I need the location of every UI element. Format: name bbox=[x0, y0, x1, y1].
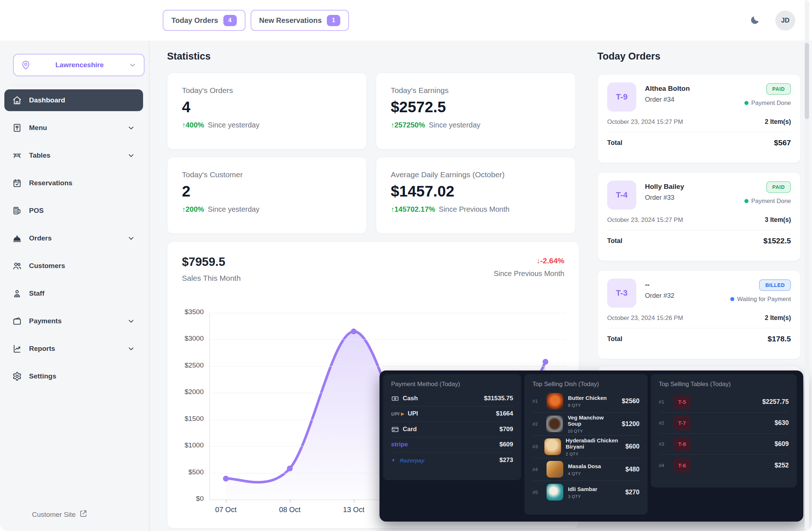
table-icon bbox=[12, 151, 22, 160]
table-badge: T-3 bbox=[607, 279, 636, 308]
scrollbar-thumb[interactable] bbox=[805, 43, 809, 119]
table-badge: T-5 bbox=[673, 395, 691, 409]
stat-card-todays-orders: Today's Orders 4 ↑400% Since yesterday bbox=[167, 73, 367, 150]
dish-row: #3 Hyderabadi Chicken Biryani2 QTY $600 bbox=[532, 435, 640, 458]
sidebar-item-pos[interactable]: POS bbox=[4, 200, 143, 222]
x-axis-tick bbox=[226, 499, 227, 503]
today-orders-title: Today Orders bbox=[597, 51, 661, 62]
arrow-up-icon: ↑ bbox=[182, 205, 186, 213]
sidebar-item-menu[interactable]: Menu bbox=[4, 117, 143, 139]
sidebar-item-label: Menu bbox=[29, 124, 47, 132]
stat-delta: ↑145702.17% Since Previous Month bbox=[391, 205, 561, 214]
order-card[interactable]: T-4 Holly Bailey Order #33 PAID Payment … bbox=[597, 172, 801, 261]
dish-name: Masala Dosa bbox=[568, 463, 601, 469]
order-number: Order #33 bbox=[645, 194, 684, 202]
wallet-icon bbox=[12, 316, 22, 326]
x-axis-tick-label: 07 Oct bbox=[215, 506, 237, 514]
top-selling-dish-panel: Top Selling Dish (Today) #1 Butter Chick… bbox=[524, 374, 647, 515]
stat-label: Today's Customer bbox=[182, 170, 352, 179]
rank-label: #2 bbox=[532, 421, 541, 427]
payment-amount: $1664 bbox=[496, 410, 513, 417]
order-card[interactable]: T-9 Althea Bolton Order #34 PAID Payment… bbox=[597, 74, 801, 163]
order-datetime: October 23, 2024 15:27 PM bbox=[607, 118, 683, 126]
sidebar-item-settings[interactable]: Settings bbox=[4, 365, 143, 387]
chevron-down-icon bbox=[127, 151, 135, 159]
y-axis-tick-label: $500 bbox=[167, 468, 204, 476]
sidebar-item-label: Reports bbox=[29, 345, 55, 353]
y-axis-tick-label: $2000 bbox=[167, 388, 204, 396]
sidebar-item-staff[interactable]: Staff bbox=[4, 283, 143, 304]
top-selling-tables-panel: Top Selling Tables (Today) #1 T-5 $2257.… bbox=[651, 374, 797, 487]
total-value: $1522.5 bbox=[763, 236, 791, 245]
customer-site-label: Customer Site bbox=[32, 511, 76, 519]
dark-mode-toggle[interactable] bbox=[747, 13, 763, 29]
sidebar-item-reports[interactable]: Reports bbox=[4, 338, 143, 360]
dish-amount: $480 bbox=[625, 466, 640, 473]
total-value: $567 bbox=[774, 138, 791, 147]
y-axis-tick-label: $2500 bbox=[167, 361, 204, 369]
top-tables-title: Top Selling Tables (Today) bbox=[659, 381, 789, 388]
stat-value: 4 bbox=[182, 98, 352, 116]
rank-label: #4 bbox=[532, 467, 542, 472]
status-dot-icon bbox=[744, 101, 748, 105]
sidebar-item-tables[interactable]: Tables bbox=[4, 145, 143, 166]
chevron-down-icon bbox=[129, 61, 137, 69]
sidebar-item-orders[interactable]: Orders bbox=[4, 227, 143, 249]
total-label: Total bbox=[607, 335, 622, 343]
pos-terminal-icon bbox=[12, 206, 22, 215]
chevron-down-icon bbox=[127, 317, 135, 325]
sidebar-item-customers[interactable]: Customers bbox=[4, 255, 143, 277]
dish-row: #4 Masala Dosa4 QTY $480 bbox=[532, 458, 640, 481]
today-orders-button[interactable]: Today Orders 4 bbox=[163, 10, 245, 31]
rank-label: #2 bbox=[659, 420, 668, 426]
sidebar-item-label: Payments bbox=[29, 317, 62, 325]
table-amount: $252 bbox=[775, 462, 789, 469]
sidebar-item-payments[interactable]: Payments bbox=[4, 310, 143, 332]
payment-method-title: Payment Method (Today) bbox=[391, 381, 513, 388]
table-row: #3 T-8 $609 bbox=[659, 434, 789, 455]
razorpay-logo-icon bbox=[391, 457, 396, 463]
sidebar-item-label: Orders bbox=[29, 234, 52, 242]
stat-value: $1457.02 bbox=[391, 183, 561, 200]
user-avatar[interactable]: JD bbox=[775, 11, 795, 31]
table-amount: $2257.75 bbox=[762, 398, 789, 406]
dish-qty: 8 QTY bbox=[568, 403, 607, 408]
dish-image bbox=[544, 438, 561, 455]
divider bbox=[607, 132, 791, 132]
new-reservations-button-label: New Reservations bbox=[259, 16, 322, 25]
chevron-down-icon bbox=[127, 345, 135, 353]
order-items-count: 2 Item(s) bbox=[765, 314, 791, 322]
new-reservations-count-badge: 1 bbox=[327, 15, 340, 26]
rank-label: #3 bbox=[659, 441, 668, 447]
rank-label: #1 bbox=[659, 399, 668, 405]
stat-label: Today's Earnings bbox=[391, 86, 561, 95]
table-amount: $609 bbox=[775, 440, 789, 448]
avatar-initials: JD bbox=[781, 17, 789, 24]
sidebar-item-reservations[interactable]: Reservations bbox=[4, 172, 143, 194]
dish-image bbox=[547, 461, 563, 478]
gridline bbox=[210, 339, 565, 340]
stat-delta: ↑200% Since yesterday bbox=[182, 205, 352, 214]
total-label: Total bbox=[607, 237, 622, 245]
table-row: #2 T-7 $630 bbox=[659, 413, 789, 434]
dish-row: #5 Idli Sambar3 QTY $270 bbox=[532, 481, 640, 504]
x-axis-tick bbox=[290, 499, 291, 503]
today-orders-button-label: Today Orders bbox=[171, 16, 218, 25]
payment-amount: $273 bbox=[499, 457, 513, 464]
customer-site-link[interactable]: Customer Site bbox=[32, 510, 87, 519]
y-axis-tick-label: $0 bbox=[167, 495, 204, 503]
divider bbox=[607, 230, 791, 230]
dish-row: #1 Butter Chicken8 QTY $2560 bbox=[532, 390, 640, 413]
rank-label: #1 bbox=[532, 398, 542, 404]
dish-image bbox=[546, 416, 563, 432]
new-reservations-button[interactable]: New Reservations 1 bbox=[251, 10, 349, 31]
order-card[interactable]: T-3 -- Order #32 BILLED Waiting for Paym… bbox=[597, 270, 801, 359]
gridline bbox=[210, 313, 565, 313]
dish-qty: 2 QTY bbox=[566, 452, 621, 456]
location-selector[interactable]: Lawrenceshire bbox=[13, 54, 145, 76]
gear-icon bbox=[12, 372, 22, 381]
topbar: Today Orders 4 New Reservations 1 JD bbox=[0, 0, 812, 41]
payment-method-panel: Payment Method (Today) Cash $31535.75 UP… bbox=[383, 374, 521, 480]
sidebar-item-label: Staff bbox=[29, 289, 44, 297]
sidebar-item-dashboard[interactable]: Dashboard bbox=[4, 89, 143, 111]
